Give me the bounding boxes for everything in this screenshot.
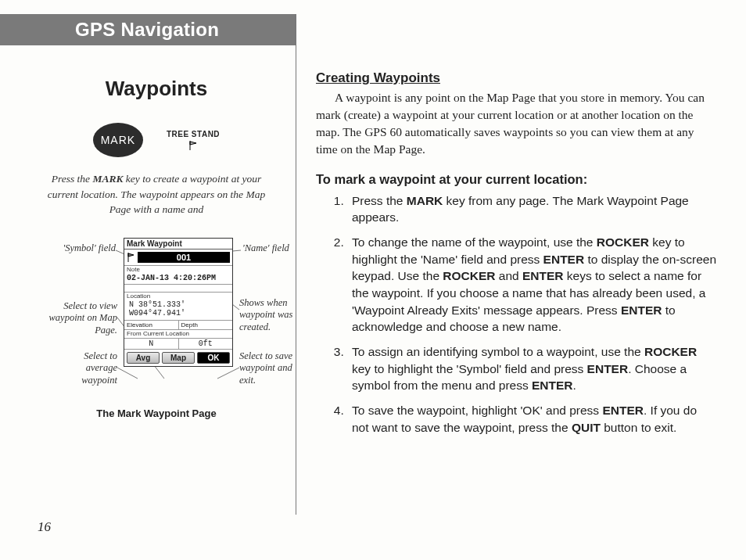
anno-avg: Select to average waypoint bbox=[50, 350, 117, 387]
location-field: N 38°51.333' W094°47.941' bbox=[124, 300, 232, 321]
step-2: To change the name of the waypoint, use … bbox=[347, 234, 716, 336]
ok-button: OK bbox=[197, 352, 230, 364]
dist: 0ft bbox=[179, 339, 233, 349]
page-number: 16 bbox=[38, 519, 51, 535]
flag-icon bbox=[188, 140, 199, 151]
waypoint-flag-icon bbox=[127, 253, 134, 262]
device-diagram: 'Symbol' field Select to view waypoint o… bbox=[31, 238, 282, 399]
bearing: N bbox=[124, 339, 179, 349]
lon: W094°47.941' bbox=[129, 309, 230, 318]
name-field: 001 bbox=[138, 252, 230, 263]
from-label: From Current Location bbox=[124, 330, 232, 339]
screen-title: Mark Waypoint bbox=[124, 239, 232, 249]
step-4: To save the waypoint, highlight 'OK' and… bbox=[347, 402, 716, 436]
svg-line-5 bbox=[217, 368, 239, 379]
map-button: Map bbox=[162, 352, 195, 364]
right-column: Creating Waypoints A waypoint is any poi… bbox=[316, 69, 716, 443]
anno-name: 'Name' field bbox=[242, 242, 289, 255]
name-row: 001 bbox=[124, 249, 232, 266]
avg-button: Avg bbox=[127, 352, 160, 364]
column-divider bbox=[296, 14, 296, 515]
tree-stand-label: TREE STAND bbox=[167, 130, 220, 138]
anno-shows: Shows when waypoint was created. bbox=[239, 297, 310, 334]
section-heading: Creating Waypoints bbox=[316, 69, 716, 88]
anno-view: Select to view waypoint on Map Page. bbox=[41, 300, 117, 337]
left-column: Waypoints MARK TREE STAND Press the MARK… bbox=[31, 77, 282, 399]
chapter-title: GPS Navigation bbox=[75, 19, 219, 41]
button-row: Avg Map OK bbox=[124, 350, 232, 366]
section-title: Waypoints bbox=[31, 77, 282, 101]
elev-label: Elevation bbox=[124, 321, 179, 329]
step-1: Press the MARK key from any page. The Ma… bbox=[347, 192, 716, 226]
date-field: 02-JAN-13 4:20:26PM bbox=[124, 273, 232, 285]
location-label: Location bbox=[124, 293, 232, 300]
svg-line-2 bbox=[117, 368, 138, 379]
tree-stand-sample: TREE STAND bbox=[167, 130, 220, 151]
mark-caption: Press the MARK key to create a waypoint … bbox=[44, 171, 269, 217]
anno-symbol: 'Symbol' field bbox=[53, 242, 116, 255]
dist-row: N 0ft bbox=[124, 339, 232, 350]
diagram-caption: The Mark Waypoint Page bbox=[31, 407, 282, 419]
subheading: To mark a waypoint at your current locat… bbox=[316, 171, 716, 188]
note-label: Note bbox=[124, 266, 232, 273]
mark-key-icon: MARK bbox=[93, 123, 143, 157]
depth-label: Depth bbox=[179, 321, 233, 329]
chapter-header: GPS Navigation bbox=[0, 14, 296, 45]
elev-depth-row: Elevation Depth bbox=[124, 321, 232, 330]
steps-list: Press the MARK key from any page. The Ma… bbox=[316, 192, 716, 436]
note-area bbox=[124, 285, 232, 293]
device-screen: Mark Waypoint 001 Note 02-JAN-13 4:20:26… bbox=[124, 238, 233, 367]
mark-key-label: MARK bbox=[101, 134, 135, 146]
anno-save: Select to save waypoint and exit. bbox=[239, 350, 310, 387]
mark-row: MARK TREE STAND bbox=[31, 123, 282, 157]
lat: N 38°51.333' bbox=[129, 300, 230, 309]
step-3: To assign an identifying symbol to a way… bbox=[347, 343, 716, 394]
intro-paragraph: A waypoint is any point on the Map Page … bbox=[316, 89, 716, 158]
